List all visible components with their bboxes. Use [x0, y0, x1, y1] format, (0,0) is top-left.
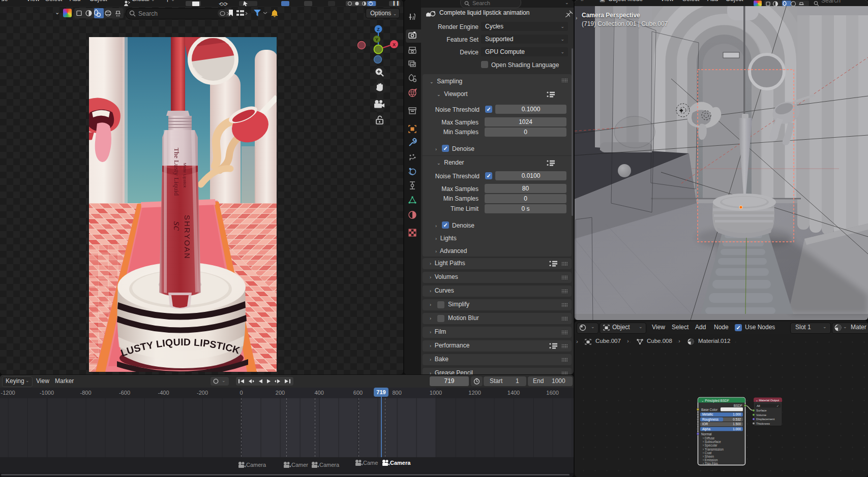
svg-text:⌄ Principled BSDF: ⌄ Principled BSDF	[701, 399, 729, 403]
svg-text:Base Color: Base Color	[701, 408, 718, 411]
svg-text:✓: ✓	[776, 404, 779, 407]
svg-text:› Diffuse: › Diffuse	[703, 436, 715, 440]
svg-text:Z: Z	[377, 27, 380, 32]
svg-text:sc: sc	[171, 221, 184, 231]
svg-text:Surface: Surface	[756, 409, 767, 412]
svg-text:Roughness: Roughness	[702, 418, 719, 422]
svg-text:The Lusty Liquid: The Lusty Liquid	[173, 148, 181, 196]
svg-text:Y: Y	[375, 37, 378, 42]
svg-text:› Emission: › Emission	[703, 458, 718, 462]
svg-text:Thickness: Thickness	[756, 422, 770, 425]
svg-text:BSDF: BSDF	[734, 404, 742, 407]
svg-text:0.532: 0.532	[733, 418, 741, 421]
svg-text:IOR: IOR	[702, 422, 708, 426]
svg-text:All: All	[757, 404, 760, 407]
svg-text:1.500: 1.500	[733, 422, 741, 426]
svg-text:Volume: Volume	[756, 414, 767, 417]
svg-text:› Subsurface: › Subsurface	[703, 440, 721, 443]
svg-text:› Sheen: › Sheen	[703, 455, 714, 458]
svg-text:Alpha: Alpha	[702, 427, 711, 431]
svg-text:X: X	[393, 42, 396, 47]
svg-text:Matte Lipstick: Matte Lipstick	[183, 163, 187, 188]
svg-text:› Transmission: › Transmission	[703, 448, 724, 451]
svg-text:1.000: 1.000	[733, 427, 741, 431]
svg-text:› Coat: › Coat	[703, 451, 711, 455]
svg-text:Normal: Normal	[701, 432, 711, 436]
svg-text:Metallic: Metallic	[702, 412, 713, 416]
svg-text:1.000: 1.000	[733, 412, 741, 416]
svg-text:⌄ Material Output: ⌄ Material Output	[756, 399, 779, 402]
svg-text:Displacement: Displacement	[756, 418, 775, 421]
svg-text:› Thin Film: › Thin Film	[703, 462, 718, 465]
